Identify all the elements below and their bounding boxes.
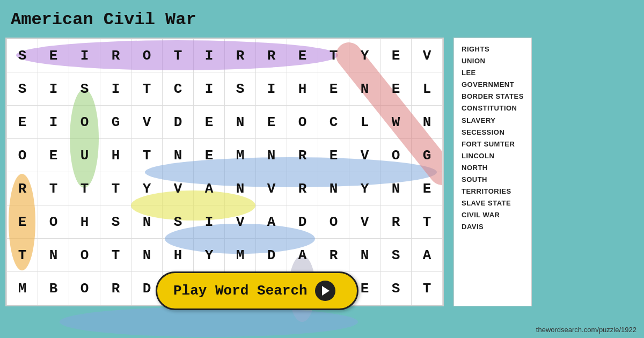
grid-cell: N — [163, 139, 194, 172]
main-container: S E I R O T I R R E T Y E V S I S I T — [5, 38, 532, 306]
grid-cell: R — [100, 272, 131, 305]
grid-cell: M — [7, 272, 38, 305]
word-list-item: GOVERNMENT — [462, 79, 524, 91]
word-list-item: SOUTH — [462, 174, 524, 186]
word-list-item: SECESSION — [462, 127, 524, 138]
grid-cell: R — [256, 39, 287, 72]
grid-cell: E — [194, 106, 225, 139]
grid-cell: E — [256, 106, 287, 139]
grid-cell: R — [318, 239, 349, 272]
grid-cell: V — [349, 205, 380, 239]
word-list-item: RIGHTS — [462, 43, 524, 55]
play-word-search-button[interactable]: Play Word Search — [156, 271, 358, 310]
grid-cell: E — [7, 205, 38, 239]
grid-cell: N — [349, 239, 380, 272]
grid-cell: V — [131, 106, 163, 139]
grid-cell: T — [318, 39, 349, 72]
grid-cell: S — [225, 72, 256, 106]
grid-row: R T T T Y V A N V R N Y N E — [7, 172, 443, 205]
grid-cell: V — [256, 172, 287, 205]
word-list: RIGHTS UNION LEE GOVERNMENT BORDER STATE… — [453, 38, 532, 306]
grid-cell: T — [412, 272, 443, 305]
grid-cell: V — [225, 205, 256, 239]
word-list-item: BORDER STATES — [462, 91, 524, 102]
word-list-item: UNION — [462, 55, 524, 67]
grid-wrapper: S E I R O T I R R E T Y E V S I S I T — [5, 38, 444, 306]
grid-cell: B — [38, 272, 69, 305]
grid-cell: T — [69, 172, 100, 205]
word-search-grid: S E I R O T I R R E T Y E V S I S I T — [6, 39, 443, 305]
grid-cell: H — [69, 205, 100, 239]
word-list-item: NORTH — [462, 162, 524, 174]
grid-cell: O — [38, 205, 69, 239]
grid-cell: N — [412, 106, 443, 139]
grid-cell: N — [318, 172, 349, 205]
grid-cell: T — [38, 172, 69, 205]
grid-cell: N — [256, 139, 287, 172]
grid-cell: R — [7, 172, 38, 205]
grid-cell: G — [100, 106, 131, 139]
grid-cell: N — [38, 239, 69, 272]
grid-cell: G — [412, 139, 443, 172]
grid-cell: R — [225, 39, 256, 72]
grid-cell: D — [163, 106, 194, 139]
grid-cell: O — [69, 272, 100, 305]
grid-cell: E — [194, 139, 225, 172]
grid-cell: I — [194, 205, 225, 239]
grid-cell: E — [380, 39, 412, 72]
grid-cell: T — [131, 139, 163, 172]
grid-cell: R — [100, 39, 131, 72]
play-button-container[interactable]: Play Word Search — [156, 271, 358, 310]
grid-cell: O — [69, 106, 100, 139]
grid-cell: O — [287, 106, 318, 139]
word-list-item: SLAVERY — [462, 115, 524, 127]
grid-cell: E — [380, 72, 412, 106]
svg-point-8 — [60, 307, 358, 337]
grid-row: S I S I T C I S I H E N E L — [7, 72, 443, 106]
grid-cell: E — [287, 39, 318, 72]
grid-cell: W — [380, 106, 412, 139]
grid-cell: O — [69, 239, 100, 272]
grid-cell: H — [163, 239, 194, 272]
grid-cell: U — [69, 139, 100, 172]
grid-cell: V — [412, 39, 443, 72]
grid-cell: E — [38, 39, 69, 72]
grid-cell: C — [163, 72, 194, 106]
grid-cell: O — [7, 139, 38, 172]
play-button-label: Play Word Search — [173, 283, 308, 299]
grid-cell: T — [100, 239, 131, 272]
grid-cell: I — [38, 72, 69, 106]
word-list-item: LINCOLN — [462, 150, 524, 162]
grid-cell: I — [194, 72, 225, 106]
grid-cell: N — [131, 205, 163, 239]
grid-cell: R — [287, 172, 318, 205]
grid-row: T N O T N H Y M D A R N S A — [7, 239, 443, 272]
grid-cell: I — [194, 39, 225, 72]
page-title: American Civil War — [11, 10, 196, 30]
grid-cell: T — [163, 39, 194, 72]
grid-cell: I — [256, 72, 287, 106]
grid-cell: Y — [194, 239, 225, 272]
grid-cell: E — [38, 139, 69, 172]
grid-cell: S — [380, 272, 412, 305]
grid-cell: A — [194, 172, 225, 205]
word-list-item: DAVIS — [462, 221, 524, 233]
grid-cell: Y — [131, 172, 163, 205]
grid-cell: E — [412, 172, 443, 205]
word-list-item: LEE — [462, 67, 524, 79]
word-list-item: TERRITORIES — [462, 186, 524, 197]
word-list-item: FORT SUMTER — [462, 138, 524, 150]
grid-cell: S — [7, 39, 38, 72]
grid-cell: C — [318, 106, 349, 139]
grid-cell: E — [318, 139, 349, 172]
grid-cell: V — [349, 139, 380, 172]
grid-cell: O — [380, 139, 412, 172]
grid-cell: T — [131, 72, 163, 106]
grid-row: O E U H T N E M N R E V O G — [7, 139, 443, 172]
grid-cell: M — [225, 239, 256, 272]
play-icon — [315, 281, 335, 301]
url-credit: thewordsearch.com/puzzle/1922 — [536, 326, 636, 334]
grid-cell: S — [7, 72, 38, 106]
grid-cell: T — [7, 239, 38, 272]
grid-cell: D — [287, 205, 318, 239]
